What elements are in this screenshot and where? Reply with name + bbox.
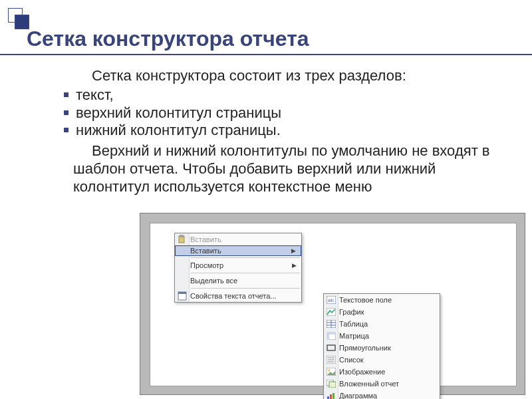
designer-canvas: Вставить Вставить ▶ Просмотр ▶ Выделить …	[150, 223, 517, 386]
matrix-icon	[325, 331, 338, 341]
blank-icon	[176, 275, 189, 286]
image-icon	[325, 366, 338, 377]
paste-icon	[176, 234, 189, 245]
list-icon	[325, 354, 338, 365]
menu-item-select-all[interactable]: Выделить все	[175, 275, 301, 287]
submenu-item[interactable]: Вложенный отчет	[324, 378, 440, 390]
menu-label: Вставить	[190, 235, 299, 243]
svg-rect-24	[330, 394, 332, 399]
menu-label: Вставить	[190, 247, 291, 255]
menu-item-properties[interactable]: Свойства текста отчета...	[175, 290, 301, 302]
menu-label: Список	[339, 356, 437, 364]
menu-item-paste: Вставить	[175, 233, 301, 245]
submenu-arrow-icon: ▶	[292, 262, 299, 269]
svg-rect-22	[329, 382, 336, 388]
submenu-arrow-icon: ▶	[291, 247, 298, 254]
menu-label: Выделить все	[190, 277, 299, 285]
svg-point-20	[329, 370, 331, 372]
svg-rect-14	[327, 345, 335, 350]
menu-label: Просмотр	[190, 261, 292, 269]
menu-label: Вложенный отчет	[339, 380, 437, 388]
chart-line-icon	[325, 307, 338, 317]
menu-label: Свойства текста отчета...	[190, 292, 299, 300]
title-divider	[0, 54, 532, 55]
context-menu[interactable]: Вставить Вставить ▶ Просмотр ▶ Выделить …	[174, 233, 302, 303]
intro-text: Сетка конструктора состоит из трех разде…	[73, 67, 505, 85]
menu-item-insert[interactable]: Вставить ▶	[175, 245, 301, 256]
properties-icon	[176, 291, 189, 301]
page-title: Сетка конструктора отчета	[27, 27, 532, 51]
subreport-icon	[325, 378, 338, 389]
menu-separator	[191, 288, 300, 289]
menu-label: Прямоугольник	[339, 344, 437, 352]
submenu-item[interactable]: Список	[324, 354, 440, 366]
bullet-item: верхний колонтитул страницы	[73, 104, 505, 122]
chart-bar-icon	[325, 390, 338, 399]
menu-label: График	[339, 308, 437, 316]
bullet-item: текст,	[73, 86, 505, 104]
table-icon	[325, 319, 338, 329]
blank-icon	[176, 245, 189, 256]
submenu-item[interactable]: abТекстовое поле	[324, 294, 440, 306]
submenu-item[interactable]: Диаграмма	[324, 390, 440, 399]
embedded-screenshot: Вставить Вставить ▶ Просмотр ▶ Выделить …	[140, 213, 525, 395]
menu-label: Текстовое поле	[339, 296, 437, 304]
menu-label: Матрица	[339, 332, 437, 340]
menu-separator	[191, 273, 300, 273]
body-paragraph: Верхний и нижний колонтитулы по умолчани…	[73, 142, 505, 196]
blank-icon	[176, 260, 189, 271]
menu-label: Диаграмма	[339, 392, 437, 399]
svg-rect-25	[332, 393, 334, 399]
svg-rect-13	[327, 332, 336, 334]
rectangle-icon	[325, 342, 338, 353]
submenu-item[interactable]: Матрица	[324, 330, 440, 342]
svg-rect-23	[327, 396, 329, 399]
menu-label: Таблица	[339, 320, 437, 328]
slide-body: Сетка конструктора состоит из трех разде…	[73, 67, 505, 196]
bullet-item: нижний колонтитул страницы.	[73, 122, 505, 140]
bullet-list: текст, верхний колонтитул страницы нижни…	[73, 86, 505, 140]
submenu-item[interactable]: График	[324, 306, 440, 318]
svg-text:ab: ab	[328, 297, 334, 303]
submenu-item[interactable]: Таблица	[324, 318, 440, 330]
menu-separator	[191, 257, 300, 258]
submenu-item[interactable]: Изображение	[324, 366, 440, 378]
svg-rect-3	[178, 292, 186, 294]
svg-rect-1	[180, 235, 183, 237]
textbox-icon: ab	[325, 295, 338, 305]
submenu-item[interactable]: Прямоугольник	[324, 342, 440, 354]
menu-label: Изображение	[339, 368, 437, 376]
menu-item-view[interactable]: Просмотр ▶	[175, 259, 301, 271]
insert-submenu[interactable]: abТекстовое полеГрафикТаблицаМатрицаПрям…	[323, 293, 440, 399]
